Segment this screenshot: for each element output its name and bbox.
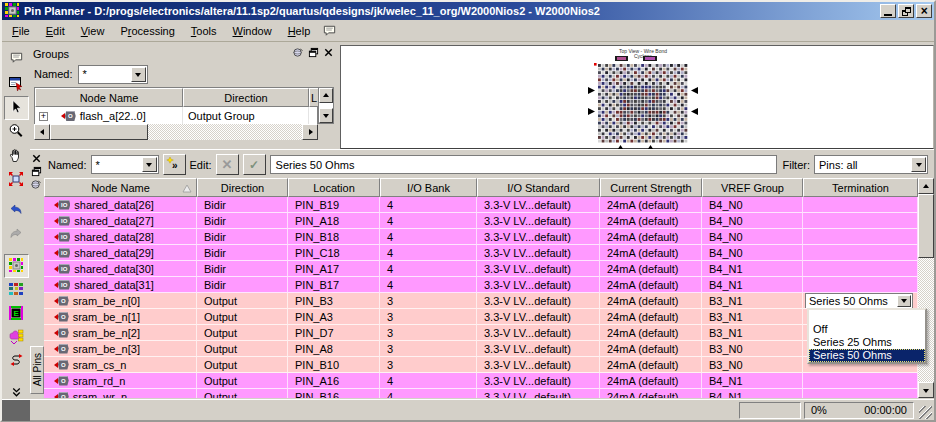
svg-text:»: »	[172, 160, 178, 171]
groups-vertical-scrollbar[interactable]	[318, 87, 334, 124]
close-icon: ×	[920, 6, 927, 16]
menu-help[interactable]: Help	[280, 22, 319, 40]
pin-row-sram-cs-n[interactable]: Osram_cs_nOutputPIN_B1033.3-V LV...defau…	[44, 357, 918, 373]
groups-horizontal-scrollbar[interactable]	[34, 124, 318, 140]
resize-grip[interactable]	[919, 406, 932, 419]
groups-panel-titlebar: Groups	[30, 45, 338, 62]
cell-name: IOshared_data[28]	[44, 229, 197, 245]
cell-io-bank: 4	[380, 245, 477, 261]
pane-float-button[interactable]	[30, 166, 43, 178]
menu-tools[interactable]: Tools	[183, 22, 225, 40]
padview-button[interactable]: E	[4, 302, 29, 326]
edit-cancel-button[interactable]: ✕	[216, 154, 239, 175]
feedback-button[interactable]	[4, 46, 29, 70]
column-header-termination[interactable]: Termination	[803, 178, 918, 197]
zoom-button[interactable]	[4, 120, 29, 144]
column-header-node-name[interactable]: Node Name	[44, 178, 197, 197]
pin-row-shared-data-28-[interactable]: IOshared_data[28]BidirPIN_B1843.3-V LV..…	[44, 229, 918, 245]
scroll-up-button[interactable]	[319, 88, 333, 103]
fit-button[interactable]	[4, 168, 29, 192]
output-pin-icon: O	[51, 296, 69, 306]
pin-row-shared-data-26-[interactable]: IOshared_data[26]BidirPIN_B1943.3-V LV..…	[44, 197, 918, 213]
dropdown-option-off[interactable]: Off	[809, 323, 925, 336]
pin-row-sram-be-n-0-[interactable]: Osram_be_n[0]OutputPIN_B333.3-V LV...def…	[44, 293, 918, 309]
menu-view[interactable]: View	[73, 22, 113, 40]
moretools-icon	[10, 386, 23, 400]
pin-row-shared-data-30-[interactable]: IOshared_data[30]BidirPIN_A1743.3-V LV..…	[44, 261, 918, 277]
menu-processing[interactable]: Processing	[112, 22, 182, 40]
feedback-button[interactable]	[322, 23, 337, 38]
scroll-thumb[interactable]	[50, 124, 148, 140]
pane-close-button[interactable]	[30, 153, 43, 165]
groups-float-button[interactable]	[306, 47, 320, 60]
pins-named-combo[interactable]: *	[91, 155, 159, 174]
pin-row-sram-wr-n[interactable]: Osram_wr_nOutputPIN_B1643.3-V LV...defau…	[44, 389, 918, 398]
arrow-button[interactable]	[4, 96, 29, 120]
scroll-down-button[interactable]	[918, 382, 934, 398]
pin-row-shared-data-27-[interactable]: IOshared_data[27]BidirPIN_A1843.3-V LV..…	[44, 213, 918, 229]
edit-accept-button[interactable]: ✓	[243, 154, 266, 175]
groups-row[interactable]: +Oflash_a[22..0]Output Group	[35, 107, 317, 125]
dropdown-option-blank[interactable]	[809, 310, 925, 323]
close-icon	[323, 47, 334, 60]
groups-close-button[interactable]	[321, 47, 335, 60]
bidir-pin-icon: IO	[51, 280, 70, 290]
pin-row-sram-be-n-2-[interactable]: Osram_be_n[2]OutputPIN_D733.3-V LV...def…	[44, 325, 918, 341]
dropdown-option-series-50-ohms[interactable]: Series 50 Ohms	[809, 349, 925, 362]
pin-row-shared-data-29-[interactable]: IOshared_data[29]BidirPIN_C1843.3-V LV..…	[44, 245, 918, 261]
resource-button[interactable]	[4, 326, 29, 350]
column-header-direction[interactable]: Direction	[197, 178, 288, 197]
minimize-button[interactable]	[880, 4, 896, 18]
scroll-down-button[interactable]	[319, 108, 333, 123]
menu-window[interactable]: Window	[225, 22, 280, 40]
scroll-left-button[interactable]	[34, 124, 50, 140]
redo-button[interactable]	[4, 223, 29, 247]
pin-row-sram-be-n-3-[interactable]: Osram_be_n[3]OutputPIN_A833.3-V LV...def…	[44, 341, 918, 357]
filter-combo[interactable]: Pins: all	[814, 155, 928, 174]
menu-file[interactable]: File	[4, 22, 38, 40]
package-view[interactable]: Top View - Wire Bond Cyclone	[340, 45, 934, 149]
close-button[interactable]: ×	[916, 4, 932, 18]
scroll-up-button[interactable]	[918, 178, 934, 194]
pins-named-combo-arrow[interactable]	[142, 157, 157, 172]
tab-all-pins[interactable]: All Pins	[30, 346, 44, 394]
legend-button[interactable]	[4, 278, 29, 302]
node-finder-button[interactable]: »	[163, 154, 186, 175]
pin-row-sram-be-n-1-[interactable]: Osram_be_n[1]OutputPIN_A333.3-V LV...def…	[44, 309, 918, 325]
pin-row-sram-rd-n[interactable]: Osram_rd_nOutputPIN_A1643.3-V LV...defau…	[44, 373, 918, 389]
minimize-icon	[884, 14, 892, 16]
pinplanner-button[interactable]	[4, 254, 29, 278]
groups-column-nodename[interactable]: Node Name	[35, 88, 183, 107]
restore-button[interactable]	[898, 4, 914, 18]
edit-label: Edit:	[190, 159, 212, 171]
cell-vref-group: B4_N1	[702, 261, 803, 277]
groups-named-combo[interactable]: *	[78, 65, 148, 84]
edit-value-field[interactable]: Series 50 Ohms	[270, 155, 777, 174]
groups-dock-button[interactable]	[291, 47, 305, 60]
menu-edit[interactable]: Edit	[38, 22, 73, 40]
column-header-vref-group[interactable]: VREF Group	[702, 178, 803, 197]
pins-vertical-scrollbar[interactable]	[918, 178, 934, 398]
legend-icon	[8, 281, 24, 299]
column-header-i-o-bank[interactable]: I/O Bank	[380, 178, 477, 197]
termination-combo-arrow[interactable]	[897, 295, 911, 307]
pin-row-shared-data-31-[interactable]: IOshared_data[31]BidirPIN_B1743.3-V LV..…	[44, 277, 918, 293]
termination-combo[interactable]: Series 50 Ohms	[805, 293, 913, 309]
scroll-right-button[interactable]	[302, 124, 318, 140]
connections-button[interactable]	[4, 350, 29, 374]
undo-button[interactable]	[4, 199, 29, 223]
cell-io-bank: 3	[380, 309, 477, 325]
pane-dock-button[interactable]	[30, 179, 43, 191]
groups-named-combo-arrow[interactable]	[131, 67, 146, 82]
groups-column-direction[interactable]: Direction	[183, 88, 309, 107]
expand-button[interactable]: +	[39, 112, 48, 121]
column-header-current-strength[interactable]: Current Strength	[600, 178, 702, 197]
report-button[interactable]	[4, 72, 29, 96]
hand-button[interactable]	[4, 144, 29, 168]
column-header-location[interactable]: Location	[288, 178, 380, 197]
dropdown-option-series-25-ohms[interactable]: Series 25 Ohms	[809, 336, 925, 349]
column-header-i-o-standard[interactable]: I/O Standard	[477, 178, 600, 197]
moretools-button[interactable]	[4, 381, 29, 399]
filter-combo-arrow[interactable]	[911, 157, 926, 172]
scroll-thumb[interactable]	[918, 194, 934, 258]
